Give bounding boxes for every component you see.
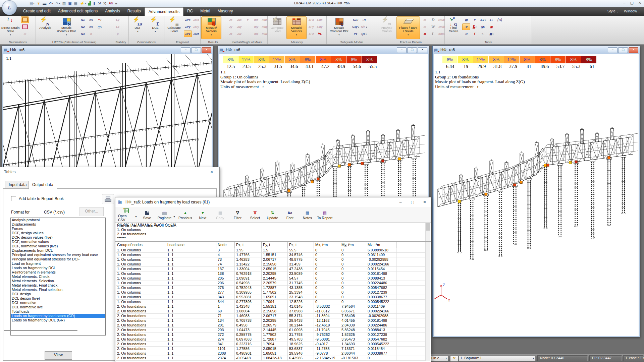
list-item[interactable]: Reinforcement in elements — [11, 270, 105, 275]
restore-icon[interactable]: ▢ — [407, 47, 417, 53]
list-item[interactable]: DCF, normative values — [11, 240, 105, 244]
to-report-button[interactable]: ▤To Report — [317, 209, 333, 220]
ribbon-icon[interactable] — [21, 23, 29, 30]
table-row[interactable]: 2. On foundations1. 12720.2557751.775023… — [116, 333, 426, 337]
list-item[interactable]: DCF, design values — [11, 231, 105, 235]
list-item[interactable]: Loads on fragment by load cases (GR) — [11, 314, 105, 318]
close-icon[interactable]: ✕ — [202, 47, 211, 53]
close-icon[interactable]: ✕ — [207, 168, 217, 176]
add-to-report-checkbox[interactable]: Add table to Report Book — [11, 196, 64, 201]
ribbon-icon[interactable] — [21, 16, 29, 23]
table-row[interactable]: 2. On foundations1. 12740.6978631.728874… — [116, 337, 426, 342]
next-button[interactable]: ▼Next — [195, 209, 211, 220]
ribbon-small-l[interactable]: L — [429, 31, 437, 37]
list-item[interactable]: Loads on fragment by DCL — [11, 266, 105, 270]
tab-advanced-results[interactable]: Advanced results — [145, 7, 183, 16]
ribbon-small-[interactable]: ?↓ — [479, 31, 487, 37]
list-item[interactable]: Metal elements. Selection. — [11, 279, 105, 283]
tab-masonry[interactable]: Masonry — [214, 7, 237, 16]
list-item[interactable]: Total loads — [11, 309, 105, 314]
ribbon-small-l[interactable]: ⚑L — [316, 31, 324, 37]
column-header[interactable]: Pz, t — [288, 242, 314, 248]
table-type-list[interactable]: Analysis protocolDisplacementsForcesDCF,… — [10, 218, 106, 336]
list-item[interactable]: Forces — [11, 227, 105, 231]
ribbon-small-juy[interactable]: Juy — [235, 23, 243, 30]
tab-rc[interactable]: RC — [183, 7, 197, 16]
compute-load-button[interactable]: ⚡ComputeLoad — [268, 16, 286, 39]
ribbon-small-jux[interactable]: Jux — [235, 16, 243, 23]
ribbon-small-[interactable]: {?!} — [496, 16, 504, 23]
table-row[interactable]: 2. On foundations1. 11340.7087382.202952… — [116, 318, 426, 323]
column-header[interactable]: Mz, t*m — [366, 242, 396, 248]
ribbon-small-[interactable]: ⊙ — [462, 31, 470, 37]
close-icon[interactable]: ✕ — [418, 47, 427, 53]
table-row[interactable]: 1. On columns1. 13430.5530811.6505123.15… — [116, 295, 426, 300]
mdi-title-bar[interactable]: ▤ НФ_та6 – ▢ ✕ — [2, 46, 213, 54]
previous-button[interactable]: ▲Previous — [177, 209, 194, 220]
table-row[interactable]: 1. On columns1. 12060.549982.2657931.774… — [116, 281, 426, 286]
restore-icon[interactable]: ▢ — [191, 47, 201, 53]
column-header[interactable]: Load case — [166, 242, 216, 248]
ribbon-small-d[interactable]: D — [429, 16, 437, 23]
list-item[interactable]: Displacements from DCL — [11, 248, 105, 253]
table-row[interactable]: 2. On foundations1. 123080.4989011.65051… — [116, 351, 426, 356]
table-body[interactable]: 1. On columns1. 131.951.555.5006.93889e-… — [116, 248, 426, 362]
ribbon-small-jz[interactable]: Jz — [227, 31, 235, 37]
column-header[interactable]: Group of nodes — [116, 242, 166, 248]
close-icon[interactable]: ✕ — [629, 47, 638, 53]
table-row[interactable]: 2. On foundations1. 12031.044732.1444561… — [116, 328, 426, 333]
menu-style[interactable]: Style⌄ — [607, 7, 619, 16]
list-item[interactable]: Displacements — [11, 222, 105, 227]
ribbon-small-lz[interactable]: Lz — [114, 23, 122, 30]
list-item[interactable]: Metal elements. Check. — [11, 275, 105, 279]
ribbon-small-[interactable]: ▭ — [421, 16, 429, 23]
minimize-icon[interactable]: – — [608, 47, 618, 53]
table-row[interactable]: 2. On foundations1. 12010.49582.2657938.… — [116, 323, 426, 328]
ribbon-small-mx[interactable]: ΣMx — [192, 16, 200, 23]
column-header[interactable]: Py, t — [262, 242, 288, 248]
print-button[interactable] — [102, 194, 114, 204]
mosaic-contour-plot-button[interactable]: CMosaic/Contour Plot▾ — [327, 16, 351, 39]
list-item[interactable]: Metal elements. Final selection. — [11, 288, 105, 292]
ribbon-small-mz[interactable]: ΣMz — [192, 31, 200, 37]
ribbon-small-my[interactable]: ΣMy — [316, 23, 324, 30]
ribbon-small-my[interactable]: my — [252, 23, 260, 30]
ribbon-small-ly[interactable]: Ly — [114, 16, 122, 23]
list-item[interactable]: DCF, normative values (live) — [11, 244, 105, 248]
ribbon-small-mx[interactable]: mx — [252, 16, 260, 23]
ribbon-small-[interactable]: ▩▾ — [487, 31, 495, 37]
ribbon-small-[interactable]: ◳▾ — [96, 23, 104, 30]
ribbon-small-mz[interactable]: mz — [252, 31, 260, 37]
ribbon-small-px[interactable]: ΣPx — [184, 16, 192, 23]
ribbon-small-k[interactable]: K — [87, 31, 95, 37]
minimize-icon[interactable]: – — [623, 1, 625, 5]
column-header[interactable]: My, t*m — [340, 242, 366, 248]
dcf-button[interactable]: ⚡ΣσDCF▾ — [129, 16, 146, 39]
table-row[interactable]: 2. On foundations1. 1711.460832.0671755.… — [116, 314, 426, 318]
other-format-button[interactable]: Other... — [79, 207, 104, 216]
wizard-icon[interactable]: ⚒ — [450, 355, 458, 362]
horizontal-scrollbar[interactable] — [4, 330, 77, 331]
table-row[interactable]: 1. On columns1. 12760.7520431.7288743.13… — [116, 286, 426, 290]
ribbon-small-pz[interactable]: ΣPz — [307, 31, 315, 37]
tab-metal[interactable]: Metal — [197, 7, 214, 16]
ribbon-small-[interactable]: Σ↓ — [487, 16, 495, 23]
ribbon-small-c1[interactable]: C1▾ — [352, 16, 360, 23]
close-icon[interactable]: ✕ — [419, 197, 431, 207]
list-item[interactable]: DCL design — [11, 292, 105, 296]
table-window-title-bar[interactable]: ▦ НФ_та6: Loads on fragment by load case… — [115, 197, 431, 207]
load-case-combo[interactable]: 1. Вариант 1▾ — [459, 355, 536, 361]
update-button[interactable]: ⇅Update — [264, 209, 281, 220]
analysis-button[interactable]: ⚡NAnalysis — [37, 16, 54, 39]
dcl-button[interactable]: ⚡ΣDCL▾ — [147, 16, 164, 39]
maximize-icon[interactable]: ▢ — [630, 1, 633, 5]
ribbon-small-1-2[interactable]: 1.2▾ — [479, 16, 487, 23]
table-row[interactable]: 2. On foundations1. 111.423481.5515141.0… — [116, 304, 426, 309]
list-item[interactable]: Load on fragment — [11, 261, 105, 266]
ribbon-small-f[interactable]: f — [471, 31, 479, 37]
tab-results[interactable]: Results — [124, 7, 145, 16]
list-item[interactable]: DCL normative live — [11, 305, 105, 309]
fragment-mode-combo[interactable]: On c▾ — [430, 355, 448, 361]
ribbon-small-[interactable]: ▾ — [244, 16, 252, 23]
ribbon-small-pz[interactable]: ΣPz — [184, 31, 192, 37]
